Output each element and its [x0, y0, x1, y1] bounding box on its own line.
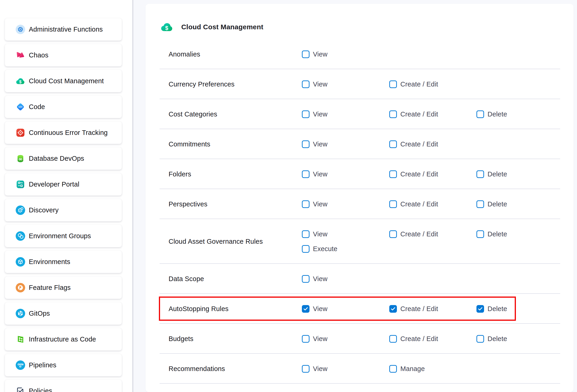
- sidebar-item-label: Continuous Error Tracking: [29, 121, 108, 144]
- create-edit-checkbox[interactable]: [389, 335, 397, 343]
- sidebar-item-gitops[interactable]: GitOps: [5, 302, 122, 325]
- permission-view-group: View: [302, 140, 327, 149]
- code-icon: </>: [16, 102, 25, 112]
- row-divider: [160, 263, 560, 264]
- sidebar-item-infrastructure-as-code[interactable]: Infrastructure as Code: [5, 328, 122, 351]
- create-edit-checkbox[interactable]: [389, 200, 397, 208]
- sidebar-item-environments[interactable]: Environments: [5, 251, 122, 273]
- view-checkbox[interactable]: [302, 170, 310, 178]
- delete-checkbox[interactable]: [476, 335, 484, 343]
- delete-checkbox[interactable]: [476, 170, 484, 178]
- sidebar-item-cloud-cost-management[interactable]: $Cloud Cost Management: [5, 70, 122, 92]
- permission-delete-group: Delete: [476, 229, 507, 239]
- permission-row-label: Commitments: [169, 140, 302, 149]
- svg-text:$: $: [165, 25, 168, 31]
- sidebar-item-label: Pipelines: [29, 354, 57, 376]
- permission-row-label: Perspectives: [169, 199, 302, 209]
- create-edit-checkbox[interactable]: [389, 110, 397, 118]
- row-divider: [160, 69, 560, 69]
- sidebar-item-chaos[interactable]: Chaos: [5, 44, 122, 67]
- permission-checkbox-label: View: [313, 335, 327, 343]
- sidebar-item-label: Feature Flags: [29, 277, 71, 299]
- permission-row-label: Folders: [169, 170, 302, 179]
- view-checkbox[interactable]: [302, 200, 310, 208]
- svg-text:∞: ∞: [18, 156, 23, 162]
- permission-checkbox-label: Create / Edit: [400, 305, 438, 313]
- permission-view-group: View: [302, 170, 327, 179]
- row-divider: [160, 189, 560, 189]
- sidebar-item-continuous-error-tracking[interactable]: Continuous Error Tracking: [5, 121, 122, 144]
- create-edit-checkbox[interactable]: [389, 305, 397, 313]
- permission-checkbox-label: Manage: [400, 365, 425, 373]
- create-edit-checkbox[interactable]: [389, 170, 397, 178]
- sidebar-item-label: Chaos: [29, 44, 48, 67]
- create-edit-checkbox[interactable]: [389, 230, 397, 238]
- permission-checkbox-label: Create / Edit: [400, 80, 438, 88]
- sidebar-item-label: Code: [29, 96, 45, 118]
- permission-checkbox-label: Delete: [488, 110, 507, 118]
- iac-icon: [16, 335, 25, 344]
- view-checkbox[interactable]: [302, 230, 310, 238]
- permission-view-group: View: [302, 334, 327, 343]
- permission-row-label: Data Scope: [169, 274, 302, 284]
- permission-create-edit-group: Create / Edit: [389, 140, 438, 149]
- portal-icon: [16, 180, 25, 189]
- sidebar-item-label: GitOps: [29, 302, 50, 325]
- sidebar-item-pipelines[interactable]: Pipelines: [5, 354, 122, 376]
- sidebar-item-code[interactable]: </>Code: [5, 96, 122, 118]
- permission-checkbox-label: View: [313, 305, 327, 313]
- sidebar-item-environment-groups[interactable]: Environment Groups: [5, 225, 122, 247]
- delete-checkbox[interactable]: [476, 110, 484, 118]
- flag-icon: [16, 283, 25, 292]
- environment-groups-icon: [16, 231, 25, 241]
- page-title: Cloud Cost Management: [181, 23, 263, 31]
- row-divider: [160, 353, 560, 354]
- sidebar-item-feature-flags[interactable]: Feature Flags: [5, 277, 122, 299]
- view-checkbox[interactable]: [302, 141, 310, 148]
- sidebar-item-label: Cloud Cost Management: [29, 70, 104, 92]
- permission-checkbox-label: Create / Edit: [400, 141, 438, 148]
- permission-row-label: Cloud Asset Governance Rules: [169, 237, 302, 246]
- permission-manage-group: Manage: [389, 364, 425, 373]
- create-edit-checkbox[interactable]: [389, 141, 397, 148]
- permission-row-label: Recommendations: [169, 364, 302, 373]
- permission-checkbox-label: View: [313, 50, 327, 58]
- view-checkbox[interactable]: [302, 275, 310, 283]
- sidebar-item-administrative-functions[interactable]: Administrative Functions: [5, 18, 122, 40]
- delete-checkbox[interactable]: [476, 230, 484, 238]
- view-checkbox[interactable]: [302, 80, 310, 88]
- sidebar-item-policies[interactable]: Policies: [5, 380, 122, 392]
- database-icon: ∞: [16, 154, 25, 163]
- execute-checkbox[interactable]: [302, 245, 310, 253]
- sidebar-item-label: Discovery: [29, 199, 59, 221]
- view-checkbox[interactable]: [302, 365, 310, 373]
- permission-delete-group: Delete: [476, 109, 507, 119]
- permission-checkbox-label: Create / Edit: [400, 110, 438, 118]
- delete-checkbox[interactable]: [476, 200, 484, 208]
- sidebar-item-database-devops[interactable]: ∞Database DevOps: [5, 147, 122, 170]
- delete-checkbox[interactable]: [476, 305, 484, 313]
- sidebar-item-developer-portal[interactable]: Developer Portal: [5, 173, 122, 196]
- create-edit-checkbox[interactable]: [389, 80, 397, 88]
- pipelines-icon: [16, 360, 25, 370]
- sidebar-item-discovery[interactable]: Discovery: [5, 199, 122, 221]
- permission-view-group: View: [302, 79, 327, 89]
- permission-create-edit-group: Create / Edit: [389, 334, 438, 343]
- permission-checkbox-label: Delete: [488, 335, 507, 343]
- permission-checkbox-label: View: [313, 80, 327, 88]
- manage-checkbox[interactable]: [389, 365, 397, 373]
- permission-checkbox-label: Create / Edit: [400, 200, 438, 208]
- permission-create-edit-group: Create / Edit: [389, 199, 438, 209]
- view-checkbox[interactable]: [302, 110, 310, 118]
- permission-view-group: View: [302, 304, 327, 313]
- row-divider: [160, 293, 560, 294]
- permission-checkbox-label: View: [313, 170, 327, 178]
- view-checkbox[interactable]: [302, 335, 310, 343]
- view-checkbox[interactable]: [302, 305, 310, 313]
- permission-delete-group: Delete: [476, 170, 507, 179]
- view-checkbox[interactable]: [302, 50, 310, 58]
- screen: Administrative FunctionsChaos$Cloud Cost…: [0, 0, 577, 392]
- row-divider: [160, 383, 560, 384]
- permission-create-edit-group: Create / Edit: [389, 170, 438, 179]
- permission-checkbox-label: Execute: [313, 245, 337, 253]
